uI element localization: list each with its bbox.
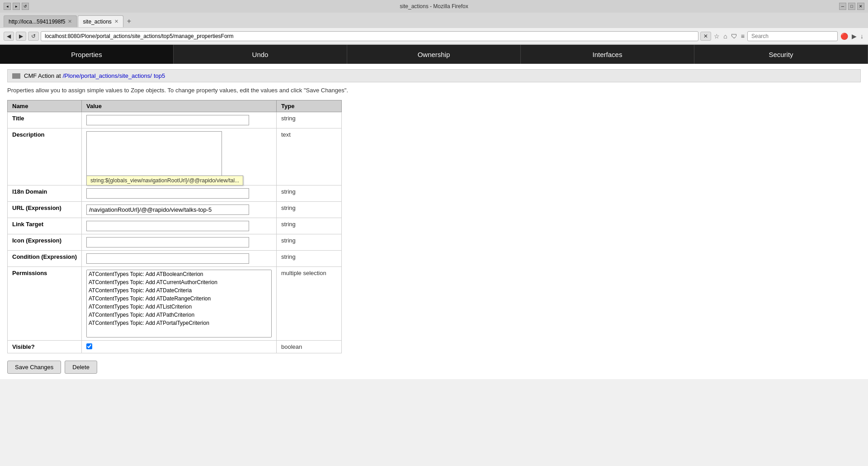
visible-checkbox[interactable] bbox=[86, 343, 92, 349]
addon3-icon[interactable]: ↓ bbox=[859, 32, 864, 41]
home-icon[interactable]: ⌂ bbox=[722, 32, 728, 41]
field-i18n-value: string:${globals_view/navigationRootUrl}… bbox=[82, 185, 277, 202]
address-bar[interactable] bbox=[41, 31, 698, 41]
icon-input[interactable] bbox=[86, 237, 249, 247]
breadcrumb-icon bbox=[12, 73, 20, 79]
i18n-tooltip-wrapper: string:${globals_view/navigationRootUrl}… bbox=[86, 188, 249, 199]
page-tabs: Properties Undo Ownership Interfaces Sec… bbox=[0, 45, 868, 64]
addon1-icon[interactable]: 🔴 bbox=[840, 32, 849, 41]
field-permissions-type: multiple selection bbox=[277, 267, 342, 341]
tab-undo[interactable]: Undo bbox=[174, 45, 347, 64]
field-description-type: text bbox=[277, 128, 342, 185]
delete-button[interactable]: Delete bbox=[65, 361, 97, 374]
field-visible-type: boolean bbox=[277, 341, 342, 353]
field-link-target-label: Link Target bbox=[8, 218, 82, 234]
table-row: Link Target string bbox=[8, 218, 342, 234]
properties-table: Name Value Type Title string Description… bbox=[7, 100, 342, 353]
field-i18n-type: string bbox=[277, 185, 342, 202]
search-input[interactable] bbox=[747, 31, 838, 41]
tab-properties[interactable]: Properties bbox=[0, 45, 174, 64]
nav-forward-btn[interactable]: ▸ bbox=[13, 3, 20, 10]
table-row: Title string bbox=[8, 112, 342, 128]
field-i18n-label: I18n Domain bbox=[8, 185, 82, 202]
forward-button[interactable]: ▶ bbox=[16, 32, 26, 41]
field-url-value bbox=[82, 202, 277, 218]
nav-refresh-btn[interactable]: ↺ bbox=[22, 3, 29, 10]
condition-input[interactable] bbox=[86, 253, 249, 264]
new-tab-btn[interactable]: + bbox=[124, 17, 134, 25]
close-btn[interactable]: ✕ bbox=[857, 3, 864, 10]
maximize-btn[interactable]: □ bbox=[848, 3, 855, 10]
field-icon-value bbox=[82, 234, 277, 251]
reload-stop-btn[interactable]: ✕ bbox=[700, 32, 711, 41]
tab-2-close[interactable]: ✕ bbox=[114, 19, 118, 24]
tab-2-label: site_actions bbox=[83, 19, 111, 25]
field-icon-label: Icon (Expression) bbox=[8, 234, 82, 251]
field-condition-label: Condition (Expression) bbox=[8, 251, 82, 267]
breadcrumb-link-text[interactable]: top5 bbox=[154, 72, 165, 79]
table-row: Visible? boolean bbox=[8, 341, 342, 353]
save-button[interactable]: Save Changes bbox=[7, 361, 61, 374]
shield-icon[interactable]: 🛡 bbox=[730, 32, 738, 41]
i18n-input[interactable] bbox=[86, 188, 249, 199]
nav-icons-group: ☆ ⌂ 🛡 ≡ bbox=[713, 32, 745, 41]
tab-1[interactable]: http://loca...59411998f5 ✕ bbox=[4, 15, 77, 27]
description-textarea[interactable] bbox=[86, 131, 222, 181]
table-row: URL (Expression) string bbox=[8, 202, 342, 218]
col-type: Type bbox=[277, 100, 342, 112]
field-visible-value bbox=[82, 341, 277, 353]
col-name: Name bbox=[8, 100, 82, 112]
properties-description: Properties allow you to assign simple va… bbox=[7, 87, 861, 94]
title-input[interactable] bbox=[86, 115, 249, 125]
reload-button[interactable]: ↺ bbox=[28, 32, 39, 41]
breadcrumb: CMF Action at /Plone/portal_actions/site… bbox=[7, 69, 861, 82]
i18n-tooltip: string:${globals_view/navigationRootUrl}… bbox=[86, 176, 243, 185]
field-description-label: Description bbox=[8, 128, 82, 185]
table-row: I18n Domain string:${globals_view/naviga… bbox=[8, 185, 342, 202]
table-row: Permissions ATContentTypes Topic: Add AT… bbox=[8, 267, 342, 341]
field-title-value bbox=[82, 112, 277, 128]
field-icon-type: string bbox=[277, 234, 342, 251]
permissions-select[interactable]: ATContentTypes Topic: Add ATBooleanCrite… bbox=[86, 270, 272, 338]
url-input[interactable] bbox=[86, 204, 249, 215]
field-permissions-value: ATContentTypes Topic: Add ATBooleanCrite… bbox=[82, 267, 277, 341]
field-permissions-label: Permissions bbox=[8, 267, 82, 341]
menu-icon[interactable]: ≡ bbox=[740, 32, 745, 41]
table-row: Icon (Expression) string bbox=[8, 234, 342, 251]
tab-interfaces[interactable]: Interfaces bbox=[521, 45, 694, 64]
field-url-type: string bbox=[277, 202, 342, 218]
minimize-btn[interactable]: ─ bbox=[839, 3, 846, 10]
breadcrumb-prefix: CMF Action at bbox=[24, 72, 61, 79]
field-title-label: Title bbox=[8, 112, 82, 128]
field-visible-label: Visible? bbox=[8, 341, 82, 353]
addon2-icon[interactable]: ▶ bbox=[851, 32, 858, 41]
col-value: Value bbox=[82, 100, 277, 112]
tab-1-label: http://loca...59411998f5 bbox=[9, 19, 65, 25]
bookmark-icon[interactable]: ☆ bbox=[713, 32, 721, 41]
breadcrumb-path-link[interactable]: /Plone/portal_actions/site_actions/ bbox=[63, 72, 152, 79]
link-target-input[interactable] bbox=[86, 221, 249, 231]
field-condition-type: string bbox=[277, 251, 342, 267]
back-button[interactable]: ◀ bbox=[4, 32, 14, 41]
field-link-target-value bbox=[82, 218, 277, 234]
table-row: Condition (Expression) string bbox=[8, 251, 342, 267]
browser-title: site_actions - Mozilla Firefox bbox=[29, 3, 839, 10]
tab-ownership[interactable]: Ownership bbox=[347, 45, 521, 64]
field-condition-value bbox=[82, 251, 277, 267]
field-title-type: string bbox=[277, 112, 342, 128]
button-row: Save Changes Delete bbox=[7, 361, 861, 374]
page-content: CMF Action at /Plone/portal_actions/site… bbox=[0, 64, 868, 379]
field-url-label: URL (Expression) bbox=[8, 202, 82, 218]
tab-2[interactable]: site_actions ✕ bbox=[78, 15, 123, 27]
tab-1-close[interactable]: ✕ bbox=[68, 19, 72, 24]
tab-security[interactable]: Security bbox=[694, 45, 868, 64]
nav-back-btn[interactable]: ◂ bbox=[4, 3, 11, 10]
field-link-target-type: string bbox=[277, 218, 342, 234]
